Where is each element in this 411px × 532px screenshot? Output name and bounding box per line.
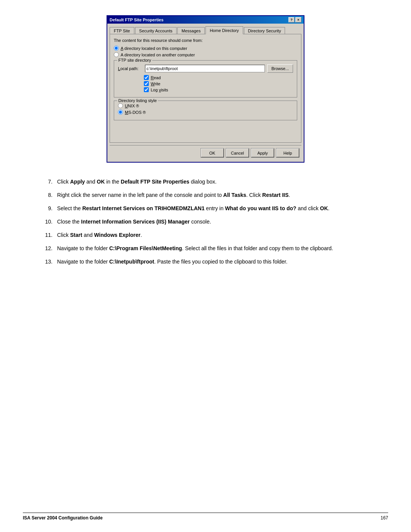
dialog-window: Default FTP Site Properties ? × FTP Site… [107, 15, 304, 163]
step-number: 11. [42, 231, 53, 239]
directory-listing-group: Directory listing style UNIX ® MS-DOS ® [114, 101, 297, 120]
radio-row-2: A directory located on another computer [114, 52, 297, 57]
tabs-row: FTP Site Security Accounts Messages Home… [110, 26, 301, 34]
checkbox-write-row: Write [144, 81, 293, 86]
radio-another-label: A directory located on another computer [121, 53, 195, 57]
step-text: Click Apply and OK in the Default FTP Si… [57, 178, 369, 186]
ftp-site-directory-group: FTP site directory Local path: Browse... [114, 60, 297, 97]
footer-right: 167 [381, 515, 388, 521]
checkbox-read-label: Read [151, 75, 161, 80]
tab-messages[interactable]: Messages [177, 27, 205, 34]
step-text: Right click the server name in the left … [57, 191, 369, 199]
local-path-label: Local path: [118, 66, 143, 71]
step-item: 10.Close the Internet Information Servic… [42, 218, 369, 226]
tab-ftp-site[interactable]: FTP Site [110, 27, 134, 34]
step-number: 9. [42, 204, 53, 212]
step-text: Navigate to the folder C:\Inetpub\ftproo… [57, 258, 369, 266]
dialog-content-area: FTP Site Security Accounts Messages Home… [107, 24, 304, 162]
checkbox-log[interactable] [144, 87, 149, 92]
footer-left: ISA Server 2004 Configuration Guide [23, 515, 103, 521]
step-text: Select the Restart Internet Services on … [57, 204, 369, 212]
radio-local-computer[interactable] [114, 46, 119, 51]
cancel-button[interactable]: Cancel [226, 149, 249, 157]
step-item: 7.Click Apply and OK in the Default FTP … [42, 178, 369, 186]
step-item: 8.Right click the server name in the lef… [42, 191, 369, 199]
step-text: Click Start and Windows Explorer. [57, 231, 369, 239]
step-number: 12. [42, 244, 53, 252]
local-path-row: Local path: Browse... [118, 64, 293, 73]
step-number: 8. [42, 191, 53, 199]
step-text: Navigate to the folder C:\Program Files\… [57, 244, 369, 252]
browse-button[interactable]: Browse... [267, 64, 293, 73]
checkbox-log-label: Log visits [151, 88, 168, 92]
checkbox-read-row: Read [144, 75, 293, 80]
radio-unix-row: UNIX ® [118, 103, 293, 108]
content-label: The content for this resource should com… [114, 38, 297, 43]
help-button[interactable]: Help [276, 149, 299, 157]
tab-security-accounts[interactable]: Security Accounts [135, 27, 177, 34]
local-path-input[interactable] [145, 65, 265, 72]
body-content: 7.Click Apply and OK in the Default FTP … [42, 178, 369, 271]
ok-button[interactable]: OK [201, 149, 224, 157]
dialog-buttons: OK Cancel Apply Help [110, 145, 301, 160]
step-item: 12.Navigate to the folder C:\Program Fil… [42, 244, 369, 252]
step-number: 13. [42, 258, 53, 266]
apply-button[interactable]: Apply [251, 149, 274, 157]
ftp-site-directory-label: FTP site directory [117, 58, 152, 62]
radio-unix[interactable] [118, 103, 123, 108]
checkbox-write[interactable] [144, 81, 149, 86]
radio-msdos[interactable] [118, 110, 123, 115]
dialog-title: Default FTP Site Properties [110, 18, 164, 22]
step-item: 11.Click Start and Windows Explorer. [42, 231, 369, 239]
step-item: 13.Navigate to the folder C:\Inetpub\ftp… [42, 258, 369, 266]
step-item: 9.Select the Restart Internet Services o… [42, 204, 369, 212]
dialog-titlebar: Default FTP Site Properties ? × [107, 16, 304, 24]
step-number: 7. [42, 178, 53, 186]
radio-another-computer[interactable] [114, 52, 119, 57]
directory-listing-label: Directory listing style [117, 98, 158, 103]
dialog-box: Default FTP Site Properties ? × FTP Site… [107, 15, 304, 163]
checkbox-read[interactable] [144, 75, 149, 80]
dialog-title-controls: ? × [288, 17, 301, 22]
radio-row-1: A directory located on this computer [114, 46, 297, 51]
help-title-button[interactable]: ? [288, 17, 295, 22]
close-title-button[interactable]: × [295, 17, 301, 22]
page-footer: ISA Server 2004 Configuration Guide 167 [23, 513, 388, 521]
tab-home-directory[interactable]: Home Directory [206, 26, 243, 34]
step-text: Close the Internet Information Services … [57, 218, 369, 226]
step-number: 10. [42, 218, 53, 226]
radio-local-label: A directory located on this computer [121, 46, 187, 51]
radio-msdos-label: MS-DOS ® [125, 110, 146, 115]
radio-msdos-row: MS-DOS ® [118, 110, 293, 115]
checkbox-write-label: Write [151, 81, 160, 86]
radio-unix-label: UNIX ® [125, 104, 139, 108]
tab-content: The content for this resource should com… [110, 34, 301, 143]
spacer [114, 123, 297, 139]
tab-directory-security[interactable]: Directory Security [244, 27, 285, 34]
step-list: 7.Click Apply and OK in the Default FTP … [42, 178, 369, 266]
checkbox-log-row: Log visits [144, 87, 293, 92]
